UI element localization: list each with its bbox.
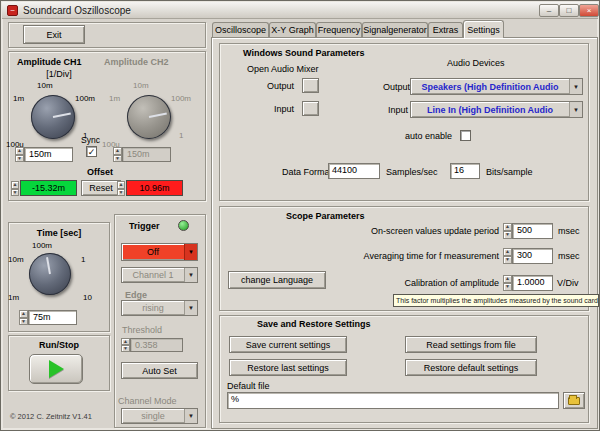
data-format-label: Data Format (282, 167, 332, 177)
title-bar[interactable]: ~ Soundcard Oszilloscope – □ × (2, 2, 598, 19)
amplitude-ch2-label: Amplitude CH2 (104, 57, 169, 67)
restore-last-settings-button[interactable]: Restore last settings (229, 359, 347, 376)
offset-ch1-value[interactable]: -15.32m (20, 180, 77, 196)
spin-up-icon[interactable]: ▲ (113, 147, 122, 155)
time-knob[interactable] (29, 253, 71, 295)
spin-up-icon[interactable]: ▲ (15, 147, 24, 155)
offset-ch2-spin-arrows[interactable]: ▲ ▼ (117, 181, 125, 196)
play-icon (49, 360, 64, 378)
knob-scale-label: 1 (81, 255, 85, 264)
averaging-label: Averaging time for f measurement (339, 251, 499, 261)
threshold-value[interactable]: 0.358 (130, 338, 183, 352)
spin-down-icon[interactable]: ▼ (15, 155, 24, 163)
amplitude-ch2-knob[interactable] (127, 95, 171, 139)
exit-button[interactable]: Exit (23, 25, 85, 44)
spin-up-icon[interactable]: ▲ (11, 181, 19, 189)
spin-up-icon[interactable]: ▲ (503, 248, 512, 256)
device-output-label: Output (383, 82, 410, 92)
chevron-down-icon: ▼ (184, 301, 197, 315)
default-file-input[interactable]: % (227, 392, 559, 409)
time-spinner[interactable]: ▲ ▼ 75m (19, 310, 77, 325)
amplitude-ch1-knob[interactable] (31, 95, 75, 139)
amplitude-ch2-spinner[interactable]: ▲ ▼ 150m (113, 147, 171, 162)
output-device-dropdown[interactable]: Speakers (High Definition Audio ▼ (410, 78, 583, 95)
channel-mode-dropdown[interactable]: single ▼ (121, 408, 198, 424)
amplitude-ch2-value[interactable]: 150m (122, 147, 171, 162)
tab-frequency[interactable]: Frequency (316, 22, 362, 37)
sample-rate-field[interactable]: 44100 (328, 163, 380, 179)
tab-xy-graph[interactable]: X-Y Graph (269, 22, 316, 37)
knob-scale-label: 10m (37, 81, 53, 90)
knob-scale-label: 10 (83, 293, 92, 302)
amplitude-ch1-value[interactable]: 150m (24, 147, 73, 162)
tab-extras[interactable]: Extras (428, 22, 463, 37)
run-stop-button[interactable] (29, 354, 83, 384)
knob-scale-label: 1m (8, 293, 19, 302)
averaging-value[interactable]: 300 (512, 248, 553, 264)
time-label: Time [sec] (8, 228, 110, 238)
calibration-label: Calibration of amplitude (339, 278, 499, 288)
spin-down-icon[interactable]: ▼ (19, 318, 28, 326)
offset-ch2-value[interactable]: 10.96m (126, 180, 183, 196)
restore-default-settings-button[interactable]: Restore default settings (405, 359, 537, 376)
knob-pointer (46, 257, 51, 274)
save-current-settings-button[interactable]: Save current settings (229, 336, 347, 353)
spin-down-icon[interactable]: ▼ (113, 155, 122, 163)
tab-signalgenerator[interactable]: Signalgenerator (362, 22, 428, 37)
mixer-input-button[interactable] (302, 101, 319, 116)
spin-down-icon[interactable]: ▼ (503, 283, 512, 291)
trigger-channel-dropdown[interactable]: Channel 1 ▼ (121, 267, 198, 283)
spin-up-icon[interactable]: ▲ (117, 181, 125, 189)
spin-up-icon[interactable]: ▲ (19, 310, 28, 318)
update-period-label: On-screen values update period (339, 226, 499, 236)
spin-down-icon[interactable]: ▼ (503, 231, 512, 239)
spin-up-icon[interactable]: ▲ (503, 223, 512, 231)
averaging-unit: msec (558, 251, 580, 261)
tab-settings[interactable]: Settings (463, 20, 504, 38)
update-period-value[interactable]: 500 (512, 223, 553, 239)
default-file-label: Default file (227, 381, 270, 391)
sync-checkbox[interactable]: ✓ (86, 146, 97, 157)
spin-down-icon[interactable]: ▼ (11, 189, 19, 197)
spin-down-icon[interactable]: ▼ (121, 345, 130, 352)
mixer-output-button[interactable] (302, 78, 319, 93)
app-window: ~ Soundcard Oszilloscope – □ × Exit Ampl… (0, 0, 600, 431)
offset-ch1-spin-arrows[interactable]: ▲ ▼ (11, 181, 19, 196)
read-settings-button[interactable]: Read settings from file (405, 336, 537, 353)
bit-depth-unit: Bits/sample (486, 167, 533, 177)
amplitude-ch1-spinner[interactable]: ▲ ▼ 150m (15, 147, 73, 162)
channel-mode-value: single (122, 411, 184, 421)
auto-enable-checkbox[interactable] (460, 130, 471, 141)
browse-file-button[interactable] (563, 392, 585, 409)
chevron-down-icon: ▼ (184, 409, 197, 423)
knob-scale-label: 1m (109, 94, 120, 103)
sound-params-title: Windows Sound Parameters (243, 48, 364, 58)
minimize-button[interactable]: – (539, 4, 559, 17)
change-language-button[interactable]: change Language (228, 271, 326, 289)
time-value[interactable]: 75m (28, 310, 77, 325)
threshold-spinner[interactable]: ▲ ▼ 0.358 (121, 338, 183, 352)
knob-pointer (149, 113, 167, 118)
spin-down-icon[interactable]: ▼ (503, 256, 512, 264)
mixer-output-label: Output (267, 81, 294, 91)
trigger-mode-dropdown[interactable]: Off ▼ (121, 243, 198, 261)
calibration-value[interactable]: 1.0000 (512, 275, 553, 291)
maximize-button[interactable]: □ (559, 4, 579, 17)
auto-set-button[interactable]: Auto Set (121, 362, 198, 379)
averaging-spinner[interactable]: ▲ ▼ 300 (503, 248, 553, 264)
spin-up-icon[interactable]: ▲ (503, 275, 512, 283)
update-period-spinner[interactable]: ▲ ▼ 500 (503, 223, 553, 239)
calibration-spinner[interactable]: ▲ ▼ 1.0000 (503, 275, 553, 291)
trigger-label: Trigger (129, 221, 160, 231)
runstop-label: Run/Stop (8, 340, 110, 350)
input-device-value: Line In (High Definition Audio (411, 105, 569, 115)
close-button[interactable]: × (579, 4, 599, 17)
spin-up-icon[interactable]: ▲ (121, 338, 130, 345)
bit-depth-field[interactable]: 16 (450, 163, 480, 179)
offset-reset-button[interactable]: Reset (81, 180, 121, 196)
knob-pointer (53, 113, 71, 118)
input-device-dropdown[interactable]: Line In (High Definition Audio ▼ (410, 101, 583, 118)
spin-down-icon[interactable]: ▼ (117, 189, 125, 197)
tab-oscilloscope[interactable]: Oscilloscope (212, 22, 269, 37)
edge-dropdown[interactable]: rising ▼ (121, 300, 198, 316)
